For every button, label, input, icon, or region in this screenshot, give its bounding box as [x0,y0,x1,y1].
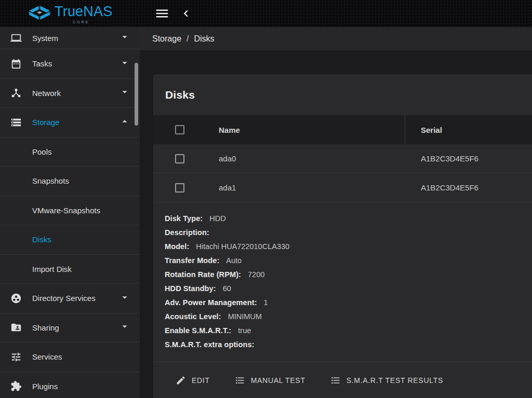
chevron-down-icon [119,292,130,305]
detail-smart-extra-options: S.M.A.R.T. extra options: [165,337,532,351]
detail-enable-smart: Enable S.M.A.R.T.: true [165,323,532,337]
detail-adv-power-management: Adv. Power Management: 1 [165,295,532,309]
device-hub-icon [10,87,22,99]
detail-hdd-standby: HDD Standby: 60 [165,281,532,295]
sidebar-item-label: Directory Services [32,294,119,303]
sidebar-item-label: Disks [32,235,130,244]
edit-button[interactable]: EDIT [176,375,210,386]
storage-icon [10,117,22,128]
app-window: TrueNAS CORE System [0,0,532,398]
sidebar-item-plugins[interactable]: Plugins [0,372,140,398]
detail-rotation-rate: Rotation Rate (RPM): 7200 [165,267,532,281]
disk-name: ada1 [219,183,236,192]
column-header-serial: Serial [421,126,442,134]
computer-icon [10,32,22,44]
disk-serial: A1B2C3D4E5F6 [421,183,478,192]
content-area: Storage / Disks Disks Name Serial [140,27,532,398]
content-spacer [140,50,532,74]
truenas-cube-icon [28,3,51,24]
chevron-down-icon [119,321,130,334]
sidebar-item-label: Snapshots [32,176,130,185]
sidebar-item-label: Import Disk [32,265,130,273]
sidebar-item-snapshots[interactable]: Snapshots [0,166,140,196]
sidebar-item-label: VMware-Snapshots [32,206,130,215]
sidebar-item-disks[interactable]: Disks [0,225,140,254]
sidebar-item-label: Services [32,352,130,361]
detail-acoustic-level: Acoustic Level: MINIMUM [165,309,532,323]
sidebar-item-label: Plugins [32,382,130,391]
calendar-icon [10,58,22,70]
sidebar-item-label: Network [32,89,119,98]
sidebar-item-label: System [32,34,119,43]
breadcrumb: Storage / Disks [140,27,532,50]
menu-icon[interactable] [154,6,170,21]
sidebar-item-label: Pools [32,147,130,156]
manual-test-button[interactable]: MANUAL TEST [235,375,305,386]
disks-card: Disks Name Serial ada0 [153,74,532,398]
brand-name: TrueNAS [55,3,112,20]
row-checkbox[interactable] [175,154,184,163]
disk-serial: A1B2C3D4E5F6 [421,154,478,163]
sidebar-item-network[interactable]: Network [0,78,140,108]
detail-model: Model: Hitachi HUA722010CLA330 [165,239,532,253]
brand-edition: CORE [73,20,112,24]
detail-description: Description: [165,225,532,239]
breadcrumb-separator: / [187,34,189,44]
chevron-down-icon [119,31,130,45]
topbar: TrueNAS CORE [0,0,532,27]
sidebar-item-pools[interactable]: Pools [0,137,140,167]
table-row[interactable]: ada1 A1B2C3D4E5F6 [153,173,532,202]
chevron-down-icon [119,57,130,71]
puzzle-icon [10,380,22,392]
table-header: Name Serial [153,115,532,144]
table-row[interactable]: ada0 A1B2C3D4E5F6 [153,144,532,173]
chevron-down-icon [119,86,130,100]
sidebar-item-storage[interactable]: Storage [0,107,140,137]
disk-name: ada0 [219,154,236,163]
chevron-up-icon [119,116,130,129]
page-title: Disks [153,74,532,115]
sidebar-item-label: Storage [32,118,119,127]
sidebar-item-label: Sharing [32,323,119,332]
sidebar-item-services[interactable]: Services [0,342,140,372]
sidebar-item-system[interactable]: System [0,27,140,49]
row-checkbox[interactable] [175,183,184,193]
smart-test-results-button[interactable]: S.M.A.R.T TEST RESULTS [330,375,443,386]
detail-transfer-mode: Transfer Mode: Auto [165,253,532,267]
truenas-logo: TrueNAS CORE [28,3,112,24]
sidebar-item-vmware-snapshots[interactable]: VMware-Snapshots [0,196,140,225]
sidebar-item-directory-services[interactable]: Directory Services [0,283,140,313]
tune-icon [10,351,22,363]
disk-details: Disk Type: HDD Description: Model: Hitac… [153,202,532,362]
sidebar: System Tasks Network [0,27,140,398]
list-icon [235,375,245,386]
action-bar: EDIT MANUAL TEST S.M.A.R.T TEST RESULTS [153,362,532,398]
sidebar-item-import-disk[interactable]: Import Disk [0,254,140,284]
chevron-left-icon[interactable] [179,7,193,20]
list-icon [330,375,341,386]
sidebar-scrollbar[interactable] [135,63,138,126]
sidebar-item-sharing[interactable]: Sharing [0,313,140,342]
select-all-checkbox[interactable] [175,125,184,134]
pencil-icon [176,375,186,386]
breadcrumb-storage[interactable]: Storage [152,34,181,44]
breadcrumb-disks: Disks [194,34,215,44]
detail-disk-type: Disk Type: HDD [165,211,532,225]
group-work-icon [10,293,22,304]
column-header-name: Name [219,126,240,134]
folder-shared-icon [10,322,22,333]
sidebar-item-tasks[interactable]: Tasks [0,49,140,78]
sidebar-item-label: Tasks [32,59,119,68]
